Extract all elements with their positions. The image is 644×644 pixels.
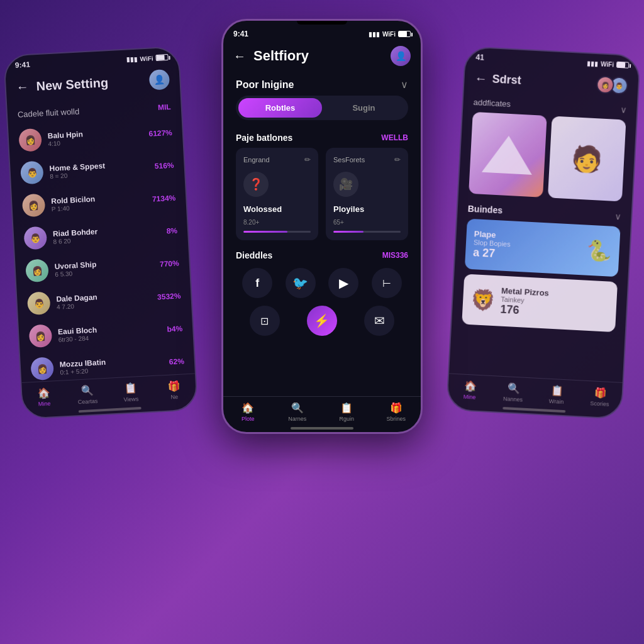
bundles-label: Buindes [467, 204, 502, 216]
card1-main: Ployiles [333, 204, 401, 214]
user-info: Riad Bohder 8 6 20 [53, 224, 161, 245]
mountain-bg [469, 112, 547, 197]
avatar: 👩 [25, 258, 49, 282]
nav-item-plote[interactable]: 🏠 Plote [223, 402, 273, 422]
doodles-badge: MIS336 [382, 251, 408, 260]
avatar: 👨 [27, 291, 51, 315]
nav-label: Ne [170, 394, 178, 401]
doodles-section: Dieddles MIS336 f 🐦 ▶ ⊢ [223, 248, 421, 343]
youtube-icon: ▶ [339, 275, 348, 291]
center-nav-title: Seltfiory [253, 48, 383, 64]
gift-icon: 🎁 [594, 387, 607, 399]
other2-button[interactable]: ⊡ [250, 306, 280, 336]
certs-dropdown-icon[interactable]: ∨ [620, 104, 627, 115]
list-icon: 📋 [124, 382, 137, 394]
social-grid: f 🐦 ▶ ⊢ ⊡ ⚡ [236, 268, 408, 336]
cert-card-mountain[interactable] [469, 112, 547, 197]
bundles-section: Buindes ∨ Plape Slop Bopies a 27 🐍 🦁 [451, 198, 631, 343]
user-info: Uvoral Ship 6 5.30 [54, 257, 153, 277]
user-info: Eaui Bloch 6tr30 - 284 [58, 322, 161, 343]
nav-item-mine[interactable]: 🏠 Mine [22, 386, 67, 408]
facebook-icon: f [255, 277, 259, 290]
avatar: 👩 [22, 194, 46, 218]
nav-item-wrain[interactable]: 📋 Wrain [535, 384, 579, 406]
lightning-button[interactable]: ⚡ [307, 306, 337, 336]
lightning-icon: ⚡ [314, 313, 330, 328]
card1-header: SesForets ✏ [333, 155, 401, 164]
section2-label: Paje batlones [236, 133, 292, 143]
search-icon: 🔍 [507, 382, 520, 394]
certs-title: addficates [473, 97, 511, 108]
avatar: 👨 [20, 161, 44, 185]
home-bar [79, 407, 142, 413]
nav-label: Sbrines [386, 416, 406, 422]
user-info: Mozzu IBatin 0:1 + 5:20 [59, 355, 163, 376]
center-avatar: 👤 [391, 46, 411, 66]
left-nav-title: New Setting [36, 74, 142, 94]
media-card-0[interactable]: Engrand ✏ ❓ Wolossed 8.20+ [236, 148, 318, 240]
center-phone: 9:41 ▮▮▮ WiFi ← Seltfiory 👤 Poor Inigine… [221, 19, 423, 434]
card1-icon: 🎥 [333, 172, 358, 197]
left-status-icons: ▮▮▮ WiFi [126, 53, 168, 62]
nav-item-ne[interactable]: 🎁 Ne [152, 379, 196, 401]
signal-icon: ▮▮▮ [369, 31, 380, 38]
media-card-1[interactable]: SesForets ✏ 🎥 Ployiles 65+ [326, 148, 408, 240]
twitter-button[interactable]: 🐦 [286, 268, 316, 298]
other1-button[interactable]: ⊢ [372, 268, 402, 298]
nav-item-views[interactable]: 📋 Views [109, 381, 153, 404]
other2-icon: ⊡ [260, 315, 269, 327]
left-list-value: MIL [158, 102, 171, 111]
user-percent: 8% [166, 226, 177, 236]
center-content: Poor Inigine ∨ Robtles Sugin Paje batlon… [223, 71, 421, 396]
nav-item-narnes[interactable]: 🔍 Narnes [273, 402, 323, 422]
card0-progress-fill [243, 231, 287, 233]
tab-robtles[interactable]: Robtles [238, 98, 322, 118]
nav-item-nannes[interactable]: 🔍 Nannes [491, 381, 536, 404]
left-avatar: 👤 [149, 69, 170, 91]
character-figure: 🧑 [570, 143, 603, 175]
bundle-item-1[interactable]: 🦁 Metal Pizros Tainkey 176 [462, 274, 618, 333]
center-back-button[interactable]: ← [233, 49, 246, 64]
left-back-button[interactable]: ← [16, 79, 29, 94]
card0-sub: 8.20+ [243, 219, 311, 226]
nav-label: Mine [38, 401, 51, 408]
cert-card-character[interactable]: 🧑 [548, 116, 626, 201]
mail-button[interactable]: ✉ [364, 306, 394, 336]
bundles-dropdown-icon[interactable]: ∨ [614, 211, 621, 222]
social-row-2: ⊡ ⚡ ✉ [236, 306, 408, 336]
right-back-button[interactable]: ← [474, 70, 487, 86]
facebook-button[interactable]: f [242, 268, 272, 298]
character-bg: 🧑 [548, 116, 626, 201]
section1-label: Poor Inigine [236, 79, 294, 91]
section1-dropdown-icon[interactable]: ∨ [401, 79, 408, 91]
avatar-pair: 👩 👨 [596, 75, 628, 95]
nav-item-sbrines[interactable]: 🎁 Sbrines [372, 402, 421, 422]
nav-item-scories[interactable]: 🎁 Scories [578, 386, 623, 408]
gift-icon: 🎁 [167, 380, 180, 392]
center-bottom-nav: 🏠 Plote 🔍 Narnes 📋 Rguin 🎁 Sbrines [223, 396, 421, 425]
nav-item-rguin[interactable]: 📋 Rguin [322, 402, 372, 422]
avatar: 👩 [18, 128, 42, 152]
avatar: 👩 [29, 324, 53, 348]
user-percent: 7134% [152, 194, 176, 204]
cert-cards-row: 🧑 [469, 112, 626, 202]
right-nav-title: Sdrst [492, 72, 592, 91]
doodles-label: Dieddles [236, 250, 272, 260]
nav-label: Plote [242, 416, 255, 422]
nav-item-ceartas[interactable]: 🔍 Ceartas [65, 384, 110, 406]
bundle-item-0[interactable]: Plape Slop Bopies a 27 🐍 [465, 219, 621, 277]
user-info: Dale Dagan 4 7.20 [56, 289, 152, 310]
center-status-icons: ▮▮▮ WiFi [369, 31, 411, 38]
youtube-button[interactable]: ▶ [328, 268, 358, 298]
nav-label: Nannes [503, 396, 523, 403]
signal-icon: ▮▮▮ [126, 55, 138, 63]
bundle-white-card: 🦁 Metal Pizros Tainkey 176 [462, 274, 618, 333]
lion-icon: 🦁 [470, 287, 496, 313]
tab-sugin[interactable]: Sugin [322, 98, 406, 118]
card1-progress-fill [333, 231, 364, 233]
section1-header: Poor Inigine ∨ [223, 71, 421, 96]
user-info: Home & Sppest 8 = 20 [49, 158, 148, 179]
nav-item-mine-r[interactable]: 🏠 Mine [448, 379, 492, 401]
section2-header: Paje batlones WELLB [223, 128, 421, 148]
home-icon: 🏠 [37, 387, 50, 399]
